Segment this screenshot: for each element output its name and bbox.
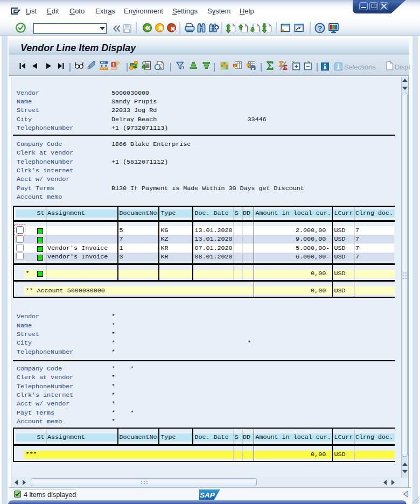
svg-text:?: ? bbox=[318, 24, 322, 32]
svg-text:SAP: SAP bbox=[200, 491, 215, 499]
